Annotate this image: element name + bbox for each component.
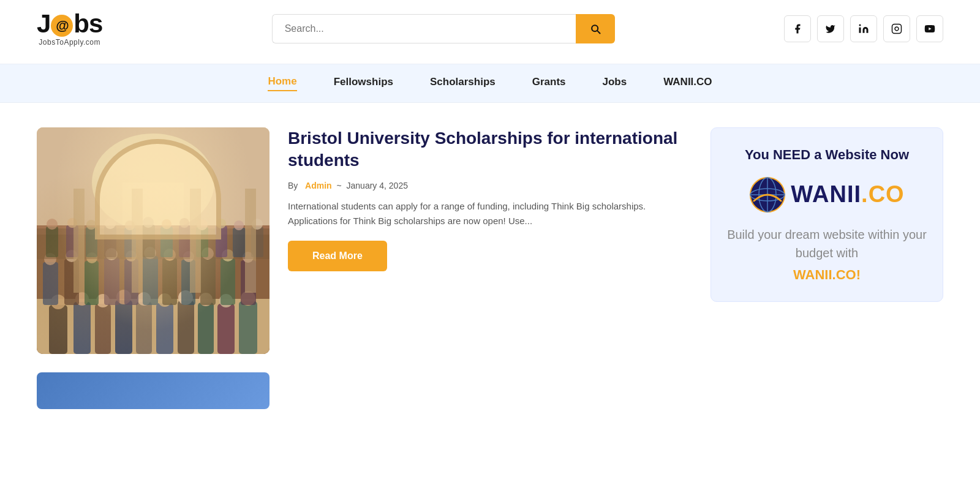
svg-point-11 xyxy=(51,295,66,309)
wanii-co: .CO xyxy=(861,181,905,207)
svg-point-19 xyxy=(137,292,151,306)
svg-rect-67 xyxy=(179,225,190,257)
svg-point-31 xyxy=(44,253,56,265)
svg-point-13 xyxy=(75,292,89,306)
svg-point-66 xyxy=(162,219,172,229)
svg-rect-65 xyxy=(160,227,173,257)
svg-rect-46 xyxy=(200,257,216,305)
article-by: By xyxy=(288,181,298,190)
article-title: Bristol University Scholarships for inte… xyxy=(288,127,692,172)
svg-rect-53 xyxy=(46,227,58,257)
svg-point-39 xyxy=(126,250,137,262)
svg-point-21 xyxy=(158,293,172,307)
svg-rect-52 xyxy=(37,228,270,259)
bottom-card xyxy=(37,372,270,409)
svg-point-33 xyxy=(66,250,78,262)
svg-point-27 xyxy=(219,294,233,307)
svg-rect-42 xyxy=(162,258,177,305)
svg-rect-34 xyxy=(85,261,99,305)
sidebar: You NEED a Website Now WANII.CO Build xyxy=(710,127,943,302)
nav-item-scholarships[interactable]: Scholarships xyxy=(430,76,496,91)
svg-point-15 xyxy=(96,294,110,307)
article-photo-svg xyxy=(37,127,270,354)
facebook-icon[interactable] xyxy=(784,15,811,42)
logo-text: J@bs xyxy=(37,11,102,37)
header: J@bs JobsToApply.com xyxy=(0,0,980,58)
sidebar-cta-highlight: WANII.CO! xyxy=(793,267,861,282)
svg-rect-44 xyxy=(181,260,195,305)
navigation: Home Fellowships Scholarships Grants Job… xyxy=(0,64,980,103)
svg-rect-6 xyxy=(123,183,184,231)
search-input[interactable] xyxy=(272,14,576,43)
linkedin-icon[interactable] xyxy=(850,15,877,42)
svg-rect-71 xyxy=(216,226,227,257)
svg-point-72 xyxy=(216,219,226,228)
svg-rect-28 xyxy=(239,301,257,354)
read-more-button[interactable]: Read More xyxy=(288,241,387,271)
svg-point-45 xyxy=(183,251,194,262)
svg-rect-79 xyxy=(190,189,201,293)
site-logo[interactable]: J@bs JobsToApply.com xyxy=(37,11,102,47)
instagram-icon[interactable] xyxy=(883,15,910,42)
search-icon xyxy=(589,23,601,35)
svg-rect-10 xyxy=(49,305,67,354)
svg-point-49 xyxy=(222,249,234,262)
logo-subtitle: JobsToApply.com xyxy=(39,38,100,47)
svg-rect-36 xyxy=(104,257,119,305)
svg-rect-26 xyxy=(217,304,235,354)
svg-point-64 xyxy=(143,217,154,228)
svg-point-47 xyxy=(202,247,214,260)
svg-point-0 xyxy=(859,24,861,26)
svg-point-41 xyxy=(144,247,156,259)
svg-rect-69 xyxy=(196,227,208,257)
svg-rect-38 xyxy=(124,259,138,305)
svg-point-60 xyxy=(105,218,116,229)
svg-rect-12 xyxy=(74,302,91,354)
article-author: Admin xyxy=(305,181,332,190)
svg-rect-20 xyxy=(156,303,173,354)
svg-rect-14 xyxy=(95,304,111,354)
article-excerpt: International students can apply for a r… xyxy=(288,199,692,228)
nav-item-grants[interactable]: Grants xyxy=(532,76,566,91)
nav-item-fellowships[interactable]: Fellowships xyxy=(334,76,393,91)
article-card: Bristol University Scholarships for inte… xyxy=(37,127,692,354)
article-body: Bristol University Scholarships for inte… xyxy=(288,127,692,271)
svg-rect-9 xyxy=(37,299,270,354)
svg-point-62 xyxy=(125,220,135,230)
nav-item-waniico[interactable]: WANII.CO xyxy=(663,76,712,91)
sidebar-ad-cta: WANII.CO! xyxy=(723,267,930,283)
svg-point-74 xyxy=(234,220,244,230)
svg-rect-48 xyxy=(221,258,235,305)
svg-rect-22 xyxy=(178,301,194,354)
svg-rect-59 xyxy=(104,226,116,257)
svg-rect-24 xyxy=(198,303,214,354)
svg-point-35 xyxy=(86,252,97,263)
search-button[interactable] xyxy=(576,14,615,43)
svg-point-37 xyxy=(105,248,118,260)
article-date: January 4, 2025 xyxy=(347,181,408,190)
svg-rect-8 xyxy=(37,225,270,235)
article-meta: By Admin ~ January 4, 2025 xyxy=(288,181,692,190)
sidebar-ad-body: Build your dream website within your bud… xyxy=(723,225,930,262)
svg-point-70 xyxy=(197,219,208,230)
social-icons xyxy=(784,15,943,42)
svg-rect-77 xyxy=(74,189,85,293)
svg-rect-61 xyxy=(124,228,136,257)
logo-at-sign: @ xyxy=(51,15,73,37)
svg-point-68 xyxy=(179,218,189,228)
search-bar xyxy=(272,14,615,43)
nav-item-jobs[interactable]: Jobs xyxy=(603,76,627,91)
svg-point-76 xyxy=(252,219,263,230)
svg-rect-1 xyxy=(892,24,902,34)
twitter-icon[interactable] xyxy=(817,15,844,42)
svg-rect-73 xyxy=(233,228,246,257)
svg-point-29 xyxy=(241,291,255,306)
svg-rect-75 xyxy=(251,227,263,257)
svg-rect-80 xyxy=(245,189,256,293)
nav-item-home[interactable]: Home xyxy=(268,75,296,91)
sidebar-ad-title: You NEED a Website Now xyxy=(723,146,930,164)
svg-rect-7 xyxy=(37,225,270,354)
svg-point-43 xyxy=(164,249,176,261)
youtube-icon[interactable] xyxy=(916,15,943,42)
main-content: Bristol University Scholarships for inte… xyxy=(0,109,980,427)
